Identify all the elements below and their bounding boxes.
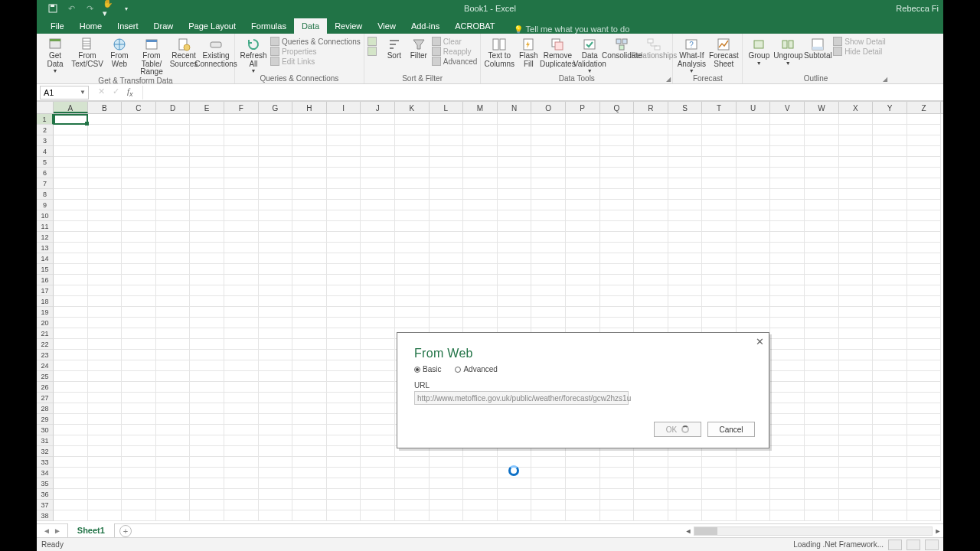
cell[interactable] bbox=[566, 296, 600, 307]
cell[interactable] bbox=[770, 318, 805, 328]
cell[interactable] bbox=[88, 135, 122, 146]
cell[interactable] bbox=[190, 414, 224, 425]
cell[interactable] bbox=[737, 275, 771, 285]
cell[interactable] bbox=[805, 168, 839, 178]
cell[interactable] bbox=[600, 478, 635, 489]
cell[interactable] bbox=[395, 114, 430, 125]
cell[interactable] bbox=[770, 157, 805, 168]
cell[interactable] bbox=[839, 435, 874, 446]
cell[interactable] bbox=[873, 393, 907, 403]
cell[interactable] bbox=[907, 371, 942, 382]
cell[interactable] bbox=[190, 318, 224, 328]
cell[interactable] bbox=[498, 221, 532, 232]
cell[interactable] bbox=[259, 114, 293, 125]
cell[interactable] bbox=[190, 425, 224, 435]
cell[interactable] bbox=[805, 221, 839, 232]
cell[interactable] bbox=[88, 457, 122, 468]
cell[interactable] bbox=[873, 189, 907, 200]
cell[interactable] bbox=[839, 243, 874, 253]
column-header[interactable]: Z bbox=[907, 102, 942, 113]
cell[interactable] bbox=[737, 500, 771, 510]
cell[interactable] bbox=[702, 146, 737, 157]
cell[interactable] bbox=[566, 200, 600, 210]
sheet-nav-prev-icon[interactable]: ◄ bbox=[43, 527, 51, 535]
cell[interactable] bbox=[531, 189, 566, 200]
cell[interactable] bbox=[907, 350, 942, 360]
cell[interactable] bbox=[190, 200, 224, 210]
cell[interactable] bbox=[566, 478, 600, 489]
cell[interactable] bbox=[259, 425, 293, 435]
cell[interactable] bbox=[327, 382, 361, 393]
cell[interactable] bbox=[395, 275, 430, 285]
cell[interactable] bbox=[668, 146, 703, 157]
cell[interactable] bbox=[430, 318, 464, 328]
cell[interactable] bbox=[430, 468, 464, 478]
cell[interactable] bbox=[839, 189, 874, 200]
cell[interactable] bbox=[805, 350, 839, 360]
cell[interactable] bbox=[805, 285, 839, 296]
cell[interactable] bbox=[327, 328, 361, 339]
cell[interactable] bbox=[224, 457, 259, 468]
cell[interactable] bbox=[600, 264, 635, 275]
cell[interactable] bbox=[224, 382, 259, 393]
cell[interactable] bbox=[566, 500, 600, 510]
cell[interactable] bbox=[873, 253, 907, 264]
cell[interactable] bbox=[259, 125, 293, 135]
cell[interactable] bbox=[327, 318, 361, 328]
cell[interactable] bbox=[224, 200, 259, 210]
cell[interactable] bbox=[88, 146, 122, 157]
row-header[interactable]: 36 bbox=[37, 489, 54, 500]
tell-me-search[interactable]: 💡 Tell me what you want to do bbox=[503, 24, 630, 34]
cell[interactable] bbox=[259, 510, 293, 521]
row-header[interactable]: 13 bbox=[37, 243, 54, 253]
cell[interactable] bbox=[737, 307, 771, 318]
cell[interactable] bbox=[224, 478, 259, 489]
cell[interactable] bbox=[88, 232, 122, 243]
cell[interactable] bbox=[531, 500, 566, 510]
cell[interactable] bbox=[54, 403, 88, 414]
cell[interactable] bbox=[292, 189, 327, 200]
cell[interactable] bbox=[463, 468, 498, 478]
cell[interactable] bbox=[805, 135, 839, 146]
cell[interactable] bbox=[88, 264, 122, 275]
cell[interactable] bbox=[259, 168, 293, 178]
cell[interactable] bbox=[737, 264, 771, 275]
cell[interactable] bbox=[156, 189, 191, 200]
cell[interactable] bbox=[292, 285, 327, 296]
cell[interactable] bbox=[907, 264, 942, 275]
cell[interactable] bbox=[907, 168, 942, 178]
cell[interactable] bbox=[531, 114, 566, 125]
cell[interactable] bbox=[873, 178, 907, 189]
cell[interactable] bbox=[292, 435, 327, 446]
cell[interactable] bbox=[566, 264, 600, 275]
cell[interactable] bbox=[531, 253, 566, 264]
cell[interactable] bbox=[54, 446, 88, 457]
cell[interactable] bbox=[839, 318, 874, 328]
cell[interactable] bbox=[566, 307, 600, 318]
cell[interactable] bbox=[600, 275, 635, 285]
cell[interactable] bbox=[430, 296, 464, 307]
cell[interactable] bbox=[327, 457, 361, 468]
cell[interactable] bbox=[702, 114, 737, 125]
cell[interactable] bbox=[122, 500, 156, 510]
cell[interactable] bbox=[463, 114, 498, 125]
cell[interactable] bbox=[873, 135, 907, 146]
cell[interactable] bbox=[702, 253, 737, 264]
column-header[interactable]: E bbox=[190, 102, 224, 113]
cell[interactable] bbox=[190, 446, 224, 457]
hide-detail-button[interactable]: Hide Detail bbox=[833, 47, 885, 56]
cell[interactable] bbox=[88, 221, 122, 232]
cell[interactable] bbox=[634, 243, 668, 253]
cell[interactable] bbox=[259, 414, 293, 425]
row-header[interactable]: 34 bbox=[37, 468, 54, 478]
cell[interactable] bbox=[259, 232, 293, 243]
row-header[interactable]: 12 bbox=[37, 232, 54, 243]
cell[interactable] bbox=[395, 468, 430, 478]
cell[interactable] bbox=[873, 221, 907, 232]
cell[interactable] bbox=[292, 178, 327, 189]
cell[interactable] bbox=[805, 157, 839, 168]
cell[interactable] bbox=[839, 414, 874, 425]
cell[interactable] bbox=[531, 168, 566, 178]
cell[interactable] bbox=[88, 446, 122, 457]
advanced-filter-button[interactable]: Advanced bbox=[432, 57, 477, 66]
